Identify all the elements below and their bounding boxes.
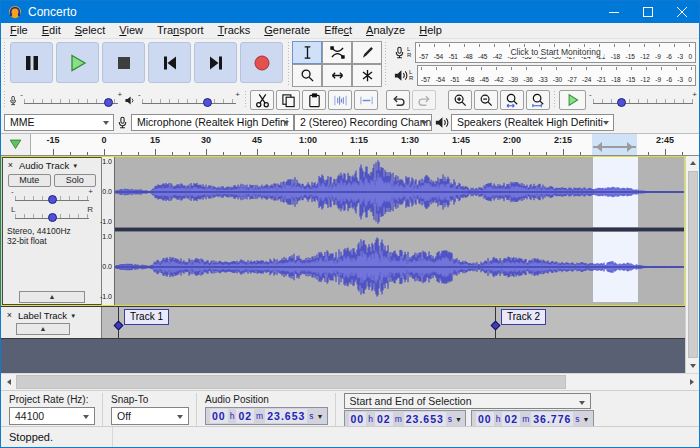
play-button[interactable] bbox=[56, 42, 99, 83]
time-unit[interactable]: h bbox=[229, 411, 236, 421]
play-speed-slider[interactable]: -+ bbox=[587, 91, 699, 109]
scroll-left-button[interactable] bbox=[1, 374, 16, 390]
track-menu-caret-icon[interactable]: ▼ bbox=[72, 163, 78, 169]
minimize-button[interactable] bbox=[597, 1, 631, 23]
time-field-caret-icon[interactable]: ▼ bbox=[455, 416, 462, 423]
horizontal-scroll-thumb[interactable] bbox=[16, 375, 566, 389]
redo-button[interactable] bbox=[412, 90, 436, 110]
collapse-track-button[interactable]: ▲ bbox=[16, 323, 70, 335]
toolbar-grip[interactable] bbox=[2, 91, 7, 109]
time-unit[interactable]: m bbox=[255, 411, 264, 421]
toolbar-grip[interactable] bbox=[2, 42, 7, 85]
monitor-hint[interactable]: Click to Start Monitoring bbox=[507, 47, 603, 57]
scroll-up-button[interactable] bbox=[686, 156, 699, 170]
time-digits[interactable]: 00 bbox=[476, 412, 494, 426]
horizontal-scrollbar[interactable] bbox=[1, 373, 699, 390]
menu-generate[interactable]: Generate bbox=[257, 23, 317, 38]
selection-mode-dropdown[interactable]: Start and End of Selection bbox=[344, 393, 591, 409]
label-handle-icon[interactable] bbox=[114, 321, 124, 331]
toolbar-grip[interactable] bbox=[286, 42, 291, 85]
recording-meter-bar[interactable]: Click to Start Monitoring -57-54-51-48-4… bbox=[415, 42, 696, 63]
track-menu-caret-icon[interactable]: ▼ bbox=[70, 313, 76, 319]
skip-to-start-button[interactable] bbox=[148, 42, 191, 83]
time-unit[interactable]: m bbox=[394, 414, 403, 424]
track-title-menu[interactable]: Label Track bbox=[18, 310, 67, 321]
envelope-tool-icon[interactable] bbox=[322, 41, 352, 64]
time-digits[interactable]: 02 bbox=[375, 412, 393, 426]
playback-device-dropdown[interactable]: Speakers (Realtek High Definiti bbox=[451, 114, 614, 131]
vertical-scroll-thumb[interactable] bbox=[688, 171, 698, 358]
copy-button[interactable] bbox=[276, 90, 300, 110]
solo-button[interactable]: Solo bbox=[54, 174, 97, 187]
draw-tool-icon[interactable] bbox=[352, 41, 382, 64]
recording-device-dropdown[interactable]: Microphone (Realtek High Defini bbox=[131, 114, 294, 131]
menu-analyze[interactable]: Analyze bbox=[359, 23, 412, 38]
time-digits[interactable]: 23.653 bbox=[265, 409, 307, 423]
time-unit[interactable]: s bbox=[308, 411, 314, 421]
menu-help[interactable]: Help bbox=[412, 23, 449, 38]
zoom-in-button[interactable] bbox=[448, 90, 472, 110]
waveform-channel-left[interactable] bbox=[115, 157, 684, 227]
collapse-track-button[interactable]: ▲ bbox=[19, 291, 85, 303]
toolbar-grip[interactable] bbox=[243, 91, 248, 109]
track-title-menu[interactable]: Audio Track bbox=[19, 160, 69, 171]
menu-view[interactable]: View bbox=[112, 23, 150, 38]
record-button[interactable] bbox=[240, 42, 283, 83]
close-button[interactable] bbox=[665, 1, 699, 23]
slider-thumb[interactable] bbox=[48, 195, 57, 204]
menu-tracks[interactable]: Tracks bbox=[211, 23, 258, 38]
time-digits[interactable]: 00 bbox=[349, 412, 367, 426]
recording-meter[interactable]: LR Click to Start Monitoring -57-54-51-4… bbox=[393, 41, 696, 63]
toolbar-grip[interactable] bbox=[552, 91, 557, 109]
silence-audio-button[interactable] bbox=[354, 90, 378, 110]
recording-channels-dropdown[interactable]: 2 (Stereo) Recording Channels bbox=[294, 114, 432, 131]
label-area[interactable]: Track 1Track 2 bbox=[102, 307, 685, 338]
playback-volume-slider[interactable]: -+ bbox=[136, 91, 242, 109]
label-handle-icon[interactable] bbox=[491, 321, 501, 331]
time-digits[interactable]: 36.776 bbox=[531, 412, 573, 426]
play-at-speed-button[interactable] bbox=[559, 90, 586, 110]
selection-tool-icon[interactable] bbox=[292, 41, 322, 64]
time-field-caret-icon[interactable]: ▼ bbox=[583, 416, 590, 423]
time-field-caret-icon[interactable]: ▼ bbox=[317, 413, 324, 420]
slider-thumb[interactable] bbox=[104, 98, 113, 107]
close-track-button[interactable]: × bbox=[4, 309, 15, 322]
slider-thumb[interactable] bbox=[617, 98, 626, 107]
vertical-scale-ruler[interactable]: 1.00.0-1.01.00.0-1.0 bbox=[102, 157, 115, 305]
paste-button[interactable] bbox=[302, 90, 326, 110]
time-digits[interactable]: 02 bbox=[236, 409, 254, 423]
cut-button[interactable] bbox=[250, 90, 274, 110]
time-digits[interactable]: 23.653 bbox=[404, 412, 446, 426]
menu-edit[interactable]: Edit bbox=[35, 23, 68, 38]
waveform-channel-right[interactable] bbox=[115, 232, 684, 302]
zoom-out-button[interactable] bbox=[474, 90, 498, 110]
menu-select[interactable]: Select bbox=[68, 23, 113, 38]
audio-position-field[interactable]: 00h02m23.653s▼ bbox=[205, 407, 328, 425]
menu-effect[interactable]: Effect bbox=[317, 23, 359, 38]
time-digits[interactable]: 02 bbox=[502, 412, 520, 426]
skip-to-end-button[interactable] bbox=[194, 42, 237, 83]
gain-slider[interactable]: -+ bbox=[9, 188, 95, 205]
time-unit[interactable]: h bbox=[495, 414, 502, 424]
slider-thumb[interactable] bbox=[48, 213, 57, 222]
undo-button[interactable] bbox=[386, 90, 410, 110]
menu-file[interactable]: File bbox=[3, 23, 35, 38]
menu-transport[interactable]: Transport bbox=[150, 23, 211, 38]
audio-host-dropdown[interactable]: MME bbox=[4, 114, 114, 131]
playback-meter-bar[interactable]: -57-54-51-48-45-42-39-36-33-30-27-24-21-… bbox=[417, 65, 696, 86]
timeline-selection[interactable] bbox=[592, 134, 637, 155]
pinned-play-head-button[interactable] bbox=[1, 134, 31, 155]
pause-button[interactable] bbox=[10, 42, 53, 83]
timeline-ruler[interactable]: -1501530451:001:151:301:452:002:152:302:… bbox=[31, 134, 699, 155]
vertical-scrollbar[interactable] bbox=[685, 156, 699, 373]
slider-thumb[interactable] bbox=[203, 98, 212, 107]
time-unit[interactable]: h bbox=[367, 414, 374, 424]
scroll-down-button[interactable] bbox=[686, 359, 699, 373]
timeshift-tool-icon[interactable] bbox=[322, 64, 352, 87]
scroll-right-button[interactable] bbox=[684, 374, 699, 390]
zoom-selection-button[interactable] bbox=[500, 90, 524, 110]
label-text[interactable]: Track 1 bbox=[124, 309, 169, 325]
maximize-button[interactable] bbox=[631, 1, 665, 23]
time-unit[interactable]: m bbox=[521, 414, 530, 424]
stop-button[interactable] bbox=[102, 42, 145, 83]
